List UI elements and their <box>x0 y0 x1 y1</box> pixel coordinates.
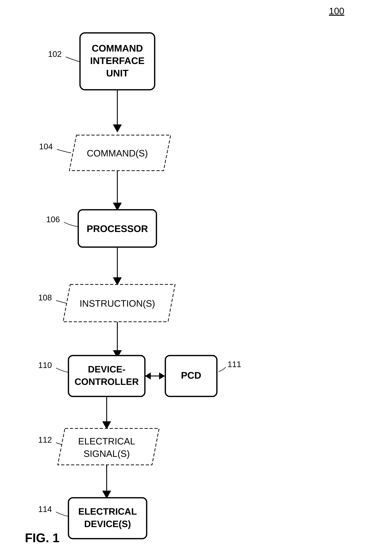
ref-112: 112 <box>38 435 52 445</box>
ref-110: 110 <box>38 360 52 370</box>
figure-label: FIG. 1 <box>25 531 59 545</box>
svg-text:INTERFACE: INTERFACE <box>90 55 145 66</box>
ref-108: 108 <box>38 293 52 302</box>
diagram-container: 100 102 COMMAND INTERFACE UNIT 104 COMMA… <box>0 0 392 555</box>
ref-104: 104 <box>39 142 53 151</box>
electrical-signals-label-2: SIGNAL(S) <box>84 448 130 459</box>
commands-label: COMMAND(S) <box>87 148 148 158</box>
device-controller-label-1: DEVICE- <box>88 364 125 374</box>
ref-114: 114 <box>38 504 52 514</box>
device-controller-label-2: CONTROLLER <box>74 377 139 387</box>
processor-label: PROCESSOR <box>87 223 148 234</box>
electrical-signals-label-1: ELECTRICAL <box>78 436 135 446</box>
electrical-signals-box <box>58 428 159 465</box>
pcd-label: PCD <box>181 370 201 381</box>
electrical-devices-label-2: DEVICE(S) <box>84 519 131 529</box>
ref-102: 102 <box>48 49 62 59</box>
ref-111: 111 <box>228 360 241 369</box>
command-interface-unit-label: COMMAND <box>92 43 143 53</box>
instructions-label: INSTRUCTION(S) <box>80 298 155 309</box>
electrical-devices-box <box>68 498 147 539</box>
diagram-ref-number: 100 <box>329 6 344 16</box>
electrical-devices-label-1: ELECTRICAL <box>78 506 137 517</box>
device-controller-box <box>68 356 145 396</box>
svg-text:UNIT: UNIT <box>106 68 129 78</box>
ref-106: 106 <box>46 215 60 224</box>
svg-rect-0 <box>0 0 392 555</box>
